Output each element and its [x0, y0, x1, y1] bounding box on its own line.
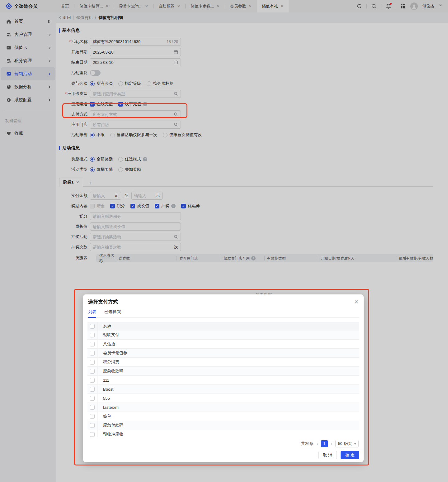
close-icon[interactable]: ✕: [354, 299, 359, 305]
list-item[interactable]: 银联支付: [87, 331, 359, 340]
payment-method-list: 名称 银联支付 八达通 会员卡储值券: [87, 322, 359, 437]
list-item[interactable]: 八达通: [87, 340, 359, 349]
list-item[interactable]: 应急付款码: [87, 421, 359, 430]
row-checkbox[interactable]: [90, 423, 95, 428]
list-item[interactable]: Boost: [87, 385, 359, 394]
page-number[interactable]: 1: [321, 440, 328, 447]
list-item[interactable]: 应急收款码: [87, 367, 359, 376]
row-checkbox[interactable]: [90, 369, 95, 374]
list-item[interactable]: 会员卡储值券: [87, 349, 359, 358]
payment-method-dialog: 选择支付方式 ✕ 列表 已选择(0) 名称 银联支付 八达通: [83, 294, 364, 462]
row-checkbox[interactable]: [90, 342, 95, 346]
column-name: 名称: [97, 324, 111, 329]
row-checkbox[interactable]: [90, 396, 95, 401]
list-item[interactable]: 签单: [87, 412, 359, 421]
page-size-select[interactable]: 50 条/页 ▾: [335, 440, 359, 447]
row-checkbox[interactable]: [90, 333, 95, 337]
row-checkbox[interactable]: [90, 414, 95, 419]
total-count: 共26条: [301, 441, 313, 446]
dialog-tabs: 列表 已选择(0): [87, 309, 359, 318]
list-item[interactable]: fasterxml: [87, 403, 359, 412]
row-checkbox[interactable]: [90, 378, 95, 383]
chevron-down-icon: ▾: [354, 442, 356, 446]
row-checkbox[interactable]: [90, 351, 95, 356]
list-item[interactable]: 预收冲应收: [87, 430, 359, 437]
row-checkbox[interactable]: [90, 432, 95, 437]
list-header-row: 名称: [87, 322, 359, 331]
list-item[interactable]: 积分消费: [87, 358, 359, 367]
tab-list[interactable]: 列表: [88, 309, 96, 317]
dialog-title: 选择支付方式: [88, 299, 118, 305]
prev-page-button[interactable]: ‹: [317, 441, 318, 446]
tab-selected[interactable]: 已选择(0): [104, 309, 121, 317]
list-item[interactable]: 555: [87, 394, 359, 403]
pagination: 共26条 ‹ 1 › 50 条/页 ▾: [87, 440, 359, 447]
row-checkbox[interactable]: [90, 387, 95, 392]
select-all-checkbox[interactable]: [90, 324, 95, 329]
row-checkbox[interactable]: [90, 405, 95, 410]
list-rows: 银联支付 八达通 会员卡储值券 积分消费: [87, 331, 359, 437]
row-checkbox[interactable]: [90, 360, 95, 365]
cancel-button[interactable]: 取 消: [318, 451, 337, 459]
confirm-button[interactable]: 确 定: [341, 451, 359, 459]
list-item[interactable]: 111: [87, 376, 359, 385]
next-page-button[interactable]: ›: [331, 441, 332, 446]
